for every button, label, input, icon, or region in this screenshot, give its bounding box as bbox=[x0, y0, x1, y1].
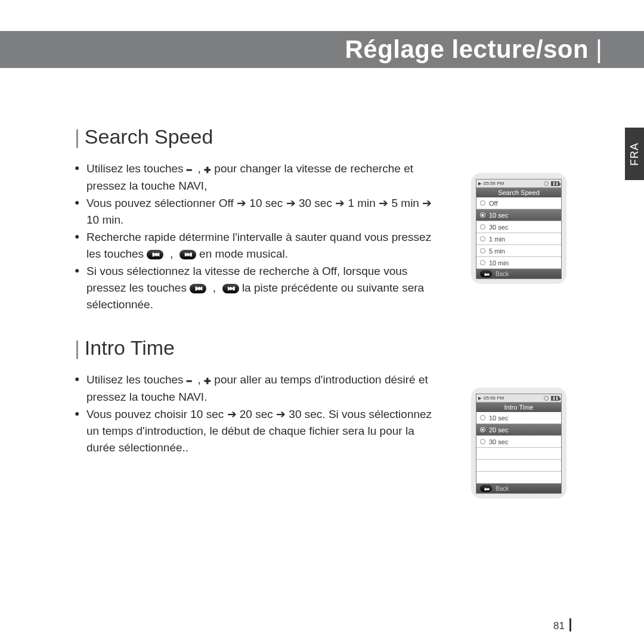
plus-icon bbox=[204, 372, 211, 389]
menu-item-label: Off bbox=[489, 200, 497, 207]
bullet: Vous pouvez sélectionner Off ➔ 10 sec ➔ … bbox=[75, 195, 438, 228]
prev-track-icon bbox=[147, 250, 163, 259]
back-bar: Back bbox=[476, 484, 561, 493]
heading-intro-time: |Intro Time bbox=[75, 336, 552, 360]
menu-item-label: 10 sec bbox=[489, 414, 508, 422]
indicator-icon bbox=[544, 396, 549, 401]
indicator-icon bbox=[544, 181, 549, 186]
back-label: Back bbox=[496, 271, 509, 277]
menu-item[interactable] bbox=[476, 472, 561, 484]
menu-item-label: 1 min bbox=[489, 236, 505, 243]
radio-icon bbox=[480, 236, 485, 242]
battery-icon bbox=[551, 181, 559, 186]
menu-item[interactable]: 20 sec bbox=[476, 424, 561, 436]
menu-item[interactable] bbox=[476, 448, 561, 460]
battery-icon bbox=[551, 396, 559, 401]
menu-item-label: 10 min bbox=[489, 259, 509, 267]
menu-item-label: 5 min bbox=[489, 247, 505, 255]
radio-icon bbox=[480, 212, 485, 218]
next-track-icon bbox=[179, 250, 196, 259]
menu-item-label: 30 sec bbox=[489, 438, 508, 445]
radio-icon bbox=[480, 248, 485, 253]
page-title: Réglage lecture/son bbox=[345, 35, 589, 64]
menu-item-label: 10 sec bbox=[489, 212, 508, 219]
menu-title: Intro Time bbox=[476, 402, 561, 412]
status-time: 05:56 PM bbox=[484, 395, 504, 401]
bullet: Recherche rapide détermine l'intervalle … bbox=[75, 229, 438, 262]
bullet: Utilisez les touches , pour aller au tem… bbox=[75, 371, 438, 405]
status-bar: 05:56 PM bbox=[476, 179, 561, 188]
status-bar: 05:56 PM bbox=[476, 394, 561, 402]
plus-icon bbox=[204, 161, 211, 178]
menu-item[interactable] bbox=[476, 460, 561, 472]
radio-icon bbox=[480, 439, 485, 444]
back-label: Back bbox=[496, 485, 509, 492]
menu-item[interactable]: 5 min bbox=[476, 245, 561, 257]
menu-item[interactable]: 10 sec bbox=[476, 412, 561, 424]
play-icon bbox=[478, 395, 481, 401]
menu-item[interactable]: 30 sec bbox=[476, 221, 561, 233]
prev-track-icon bbox=[190, 284, 206, 293]
radio-icon bbox=[480, 415, 485, 420]
play-icon bbox=[478, 181, 481, 186]
device-screenshot-intro-time: 05:56 PM Intro Time 10 sec20 sec30 sec B… bbox=[471, 388, 566, 499]
radio-icon bbox=[480, 200, 485, 206]
page-number: 81 bbox=[553, 618, 571, 632]
language-tab: FRA bbox=[625, 128, 644, 180]
back-icon bbox=[480, 270, 492, 277]
minus-icon bbox=[187, 161, 191, 178]
heading-search-speed: |Search Speed bbox=[75, 125, 552, 148]
bullet: Utilisez les touches , pour changer la v… bbox=[75, 160, 438, 194]
menu-title: Search Speed bbox=[476, 188, 561, 197]
header-band: Réglage lecture/son | bbox=[0, 31, 644, 68]
next-track-icon bbox=[222, 284, 239, 293]
menu-item[interactable]: 10 min bbox=[476, 257, 561, 269]
menu-item-label: 30 sec bbox=[489, 224, 508, 231]
radio-icon bbox=[480, 260, 485, 265]
menu-item-label: 20 sec bbox=[489, 426, 508, 434]
menu-item[interactable]: Off bbox=[476, 197, 561, 209]
menu-item[interactable]: 1 min bbox=[476, 233, 561, 245]
back-icon bbox=[480, 485, 492, 492]
back-bar: Back bbox=[476, 269, 561, 278]
radio-icon bbox=[480, 427, 485, 432]
minus-icon bbox=[187, 372, 191, 389]
language-label: FRA bbox=[628, 143, 641, 166]
bullet: Vous pouvez choisir 10 sec ➔ 20 sec ➔ 30… bbox=[75, 406, 438, 456]
device-screenshot-search-speed: 05:56 PM Search Speed Off10 sec30 sec1 m… bbox=[471, 173, 566, 284]
menu-item[interactable]: 10 sec bbox=[476, 209, 561, 221]
menu-item[interactable]: 30 sec bbox=[476, 436, 561, 448]
header-divider: | bbox=[589, 35, 602, 64]
status-time: 05:56 PM bbox=[484, 181, 504, 186]
bullet: Si vous sélectionnez la vitesse de reche… bbox=[75, 263, 438, 312]
radio-icon bbox=[480, 224, 485, 230]
